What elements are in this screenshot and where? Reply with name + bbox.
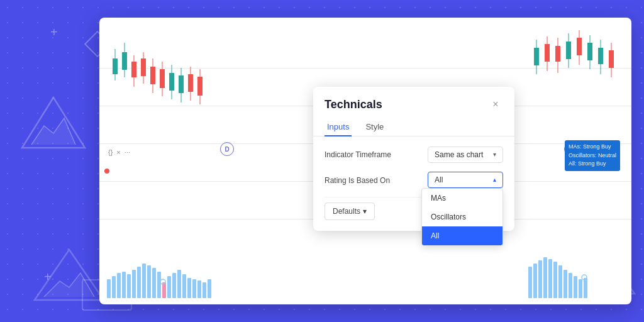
svg-rect-61 (528, 267, 532, 298)
rating-based-on-value: All (435, 175, 443, 184)
svg-rect-54 (182, 274, 186, 298)
rating-based-on-label: Rating Is Based On (325, 176, 390, 185)
svg-rect-59 (208, 279, 211, 298)
svg-rect-20 (188, 74, 193, 92)
toolbar-close[interactable]: × (116, 148, 120, 156)
rating-based-on-row: Rating Is Based On All ▴ MAs Oscillators… (325, 172, 503, 188)
svg-rect-22 (197, 77, 203, 96)
svg-rect-8 (131, 62, 136, 77)
svg-rect-14 (160, 69, 165, 88)
svg-rect-71 (579, 279, 582, 298)
svg-rect-65 (548, 259, 552, 298)
svg-rect-30 (566, 42, 571, 59)
info-line-oscillators: Oscillators: Neutral (569, 152, 616, 160)
modal-body: Indicator Timeframe Same as chart ▾ Rati… (313, 136, 514, 231)
svg-rect-72 (584, 278, 587, 298)
svg-rect-34 (587, 43, 592, 60)
svg-rect-70 (574, 276, 577, 298)
plus-icon: + (44, 270, 52, 284)
rating-based-on-container: All ▴ MAs Oscillators All (428, 172, 503, 188)
info-line-all: All: Strong Buy (569, 160, 616, 169)
bottom-bars-left (106, 248, 219, 301)
modal-header: Technicals × (313, 87, 514, 112)
dropdown-option-all[interactable]: All (422, 226, 502, 245)
svg-rect-62 (533, 264, 537, 298)
svg-rect-40 (112, 276, 116, 298)
rating-based-on-select[interactable]: All ▴ (428, 172, 503, 188)
svg-rect-43 (127, 274, 131, 298)
svg-rect-64 (543, 257, 547, 298)
indicator-timeframe-label: Indicator Timeframe (325, 150, 391, 159)
svg-rect-38 (609, 50, 614, 68)
svg-rect-26 (545, 44, 550, 62)
info-line-mas: MAs: Strong Buy (569, 143, 616, 152)
svg-rect-10 (141, 58, 146, 76)
svg-rect-50 (162, 282, 166, 298)
bottom-bars-right (527, 248, 631, 301)
dropdown-option-oscillators[interactable]: Oscillators (422, 208, 502, 226)
svg-rect-48 (152, 268, 156, 298)
svg-rect-56 (192, 279, 196, 298)
svg-rect-66 (553, 262, 557, 298)
chevron-up-icon: ▴ (493, 176, 496, 183)
modal-title: Technicals (325, 98, 382, 111)
dropdown-option-mas[interactable]: MAs (422, 189, 502, 208)
triangle-shape-2 (31, 247, 107, 303)
svg-rect-68 (564, 270, 567, 298)
svg-rect-41 (117, 273, 121, 298)
tab-inputs[interactable]: Inputs (325, 118, 352, 136)
toolbar-code[interactable]: {} (108, 148, 113, 156)
svg-rect-49 (157, 272, 161, 298)
right-candles (527, 24, 631, 150)
defaults-chevron-icon: ▾ (363, 207, 367, 216)
svg-rect-28 (555, 46, 560, 62)
svg-rect-4 (113, 58, 118, 74)
svg-rect-57 (197, 280, 201, 298)
plus-icon: + (50, 25, 58, 40)
rating-dropdown-menu: MAs Oscillators All (421, 188, 503, 246)
svg-rect-67 (558, 265, 562, 298)
svg-rect-51 (167, 276, 171, 298)
svg-rect-44 (132, 270, 136, 298)
svg-rect-32 (577, 38, 582, 55)
svg-rect-6 (122, 52, 127, 70)
svg-rect-69 (569, 273, 572, 298)
svg-rect-39 (107, 279, 111, 298)
modal-close-button[interactable]: × (488, 97, 503, 112)
chart-toolbar: {} × ··· (108, 148, 130, 156)
svg-rect-52 (172, 273, 176, 298)
marker-d: D (220, 142, 234, 156)
indicator-timeframe-row: Indicator Timeframe Same as chart ▾ (325, 147, 503, 163)
indicator-timeframe-select[interactable]: Same as chart ▾ (428, 147, 503, 163)
svg-rect-46 (142, 264, 146, 298)
technicals-modal: Technicals × Inputs Style Indicator Time… (313, 87, 514, 231)
indicator-timeframe-value: Same as chart (435, 150, 483, 159)
svg-rect-45 (137, 267, 141, 298)
status-dot-left (104, 169, 109, 174)
left-candles (106, 24, 213, 150)
svg-rect-42 (122, 272, 126, 298)
svg-rect-58 (203, 282, 206, 298)
svg-rect-12 (150, 67, 155, 84)
svg-rect-63 (538, 260, 542, 298)
defaults-label: Defaults (333, 207, 360, 216)
chevron-down-icon: ▾ (493, 151, 496, 158)
modal-tabs: Inputs Style (313, 112, 514, 136)
tab-style[interactable]: Style (363, 118, 386, 136)
svg-rect-36 (598, 48, 603, 64)
info-box: MAs: Strong Buy Oscillators: Neutral All… (565, 140, 620, 171)
svg-rect-47 (147, 265, 151, 298)
svg-rect-24 (534, 48, 539, 65)
chart-window: D E {} × ··· MAs: Strong Buy Oscillators… (99, 18, 631, 304)
toolbar-more[interactable]: ··· (125, 148, 130, 156)
svg-marker-1 (35, 250, 104, 300)
svg-rect-16 (169, 73, 174, 91)
svg-marker-0 (22, 97, 85, 148)
svg-rect-53 (177, 270, 181, 298)
svg-rect-18 (179, 75, 184, 93)
triangle-shape (19, 94, 88, 151)
svg-rect-55 (187, 278, 191, 298)
defaults-button[interactable]: Defaults ▾ (325, 203, 375, 220)
